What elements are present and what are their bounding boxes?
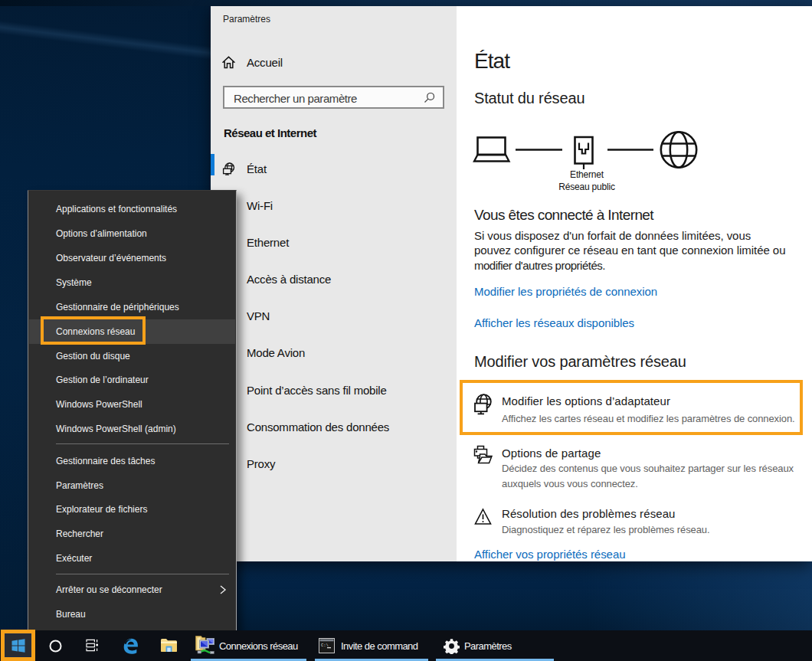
svg-text:C:\: C:\	[321, 643, 329, 648]
